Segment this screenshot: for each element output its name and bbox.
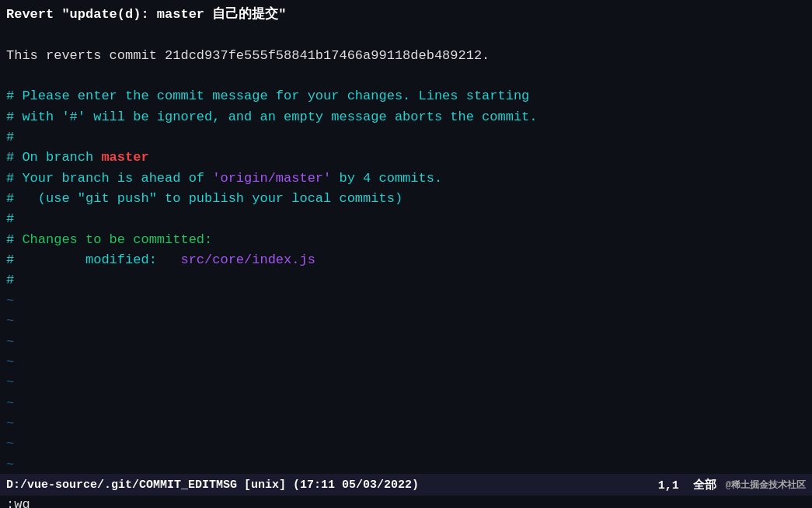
your-branch-line: # Your branch is ahead of 'origin/master… (6, 169, 806, 189)
comment-line-hash: # (6, 270, 806, 291)
on-branch-prefix: # On branch (6, 150, 101, 165)
command-line: :wq (0, 496, 812, 508)
blank-line-1 (6, 25, 806, 45)
modified-line: # modified: src/core/index.js (6, 250, 806, 270)
branch-name: master (101, 150, 148, 165)
tilde-line-4: ~ (6, 353, 806, 373)
status-bar-position: 1,1 全部 (658, 478, 716, 492)
tilde-line-1: ~ (6, 291, 806, 311)
comment-line-6: # (use "git push" to publish your local … (6, 189, 806, 209)
status-bar: D:/vue-source/.git/COMMIT_EDITMSG [unix]… (0, 474, 812, 496)
tilde-line-8: ~ (6, 434, 806, 454)
modified-file: src/core/index.js (180, 252, 315, 267)
position-number: 1,1 (658, 479, 679, 492)
origin-name: 'origin/master' (212, 171, 331, 186)
comment-line-3: # (6, 127, 806, 148)
reverts-line: This reverts commit 21dcd937fe555f58841b… (6, 46, 806, 66)
blank-line-2 (6, 66, 806, 86)
changes-line: # Changes to be committed: (6, 230, 806, 250)
on-branch-line: # On branch master (6, 148, 806, 168)
position-label: 全部 (693, 479, 716, 492)
tilde-line-6: ~ (6, 394, 806, 414)
tilde-line-7: ~ (6, 414, 806, 434)
tilde-line-2: ~ (6, 311, 806, 332)
watermark: @稀土掘金技术社区 (726, 478, 806, 492)
comment-line-7: # (6, 209, 806, 229)
status-bar-file-info: D:/vue-source/.git/COMMIT_EDITMSG [unix]… (6, 478, 658, 492)
comment-line-2: # with '#' will be ignored, and an empty… (6, 107, 806, 127)
comment-line-1: # Please enter the commit message for yo… (6, 86, 806, 106)
tilde-line-9: ~ (6, 455, 806, 475)
tilde-line-3: ~ (6, 332, 806, 353)
editor-area: Revert "update(d): master 自己的提交" This re… (0, 0, 812, 474)
tilde-line-5: ~ (6, 373, 806, 393)
title-line: Revert "update(d): master 自己的提交" (6, 5, 806, 25)
